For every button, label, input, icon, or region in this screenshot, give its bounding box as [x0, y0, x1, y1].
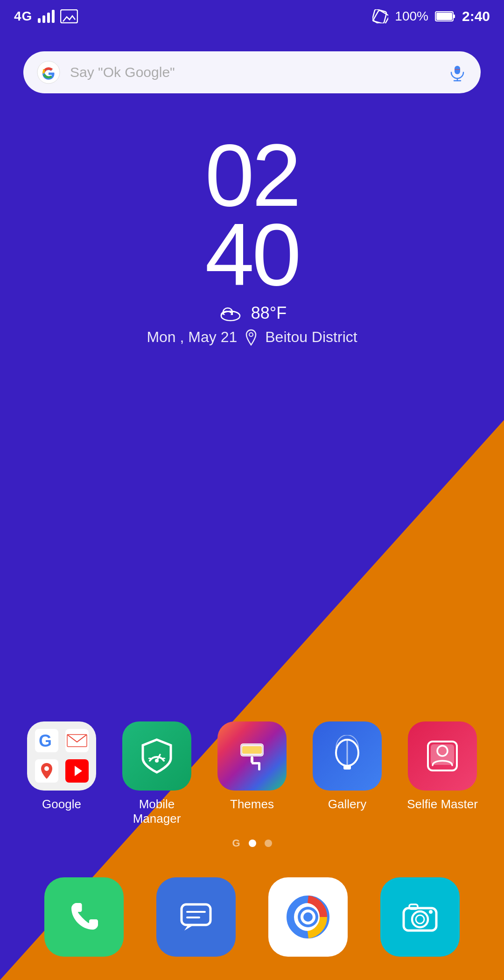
svg-line-41: [344, 765, 345, 766]
microphone-icon[interactable]: [447, 62, 468, 83]
svg-point-58: [429, 910, 433, 914]
google-logo: [36, 60, 61, 84]
app-grid: G: [0, 721, 504, 826]
messages-icon: [175, 896, 217, 938]
signal-bars-icon: [38, 10, 55, 23]
svg-point-6: [37, 61, 60, 84]
battery-icon: [435, 10, 455, 22]
svg-rect-57: [409, 904, 418, 909]
phone-icon: [63, 896, 105, 938]
rotate-icon: [372, 9, 388, 23]
app-selfie-master[interactable]: Selfie Master: [405, 721, 480, 826]
svg-rect-4: [436, 13, 452, 20]
svg-rect-34: [251, 756, 253, 763]
gallery-svg: [326, 735, 368, 777]
date-display: Mon , May 21: [147, 329, 237, 346]
landscape-photo-icon: [60, 9, 78, 23]
google-app-label: Google: [42, 797, 81, 812]
svg-point-53: [303, 912, 313, 922]
dock-camera[interactable]: [380, 877, 460, 957]
camera-icon: [399, 896, 441, 938]
svg-rect-37: [242, 746, 262, 754]
dock-messages[interactable]: [156, 877, 236, 957]
page-indicator-2[interactable]: [249, 840, 256, 847]
date-location: Mon , May 21 Beitou District: [147, 329, 357, 346]
svg-point-24: [44, 766, 49, 771]
themes-svg: [231, 735, 273, 777]
status-bar: 4G 100% 2:40: [0, 0, 504, 33]
cloud-icon: [217, 305, 244, 322]
gallery-icon: [313, 721, 382, 791]
themes-app-label: Themes: [230, 797, 274, 812]
page-indicator-1[interactable]: G: [232, 837, 240, 849]
app-mobile-manager[interactable]: Mobile Manager: [119, 721, 194, 826]
google-search-bar[interactable]: Say "Ok Google": [23, 51, 481, 93]
svg-point-29: [155, 759, 159, 763]
chrome-icon: [282, 891, 334, 943]
app-themes[interactable]: Themes: [215, 721, 289, 826]
svg-line-42: [349, 765, 350, 766]
svg-point-56: [416, 915, 424, 924]
location-display: Beitou District: [265, 329, 357, 346]
svg-point-55: [412, 911, 428, 927]
dock: [0, 877, 504, 957]
app-google[interactable]: G: [24, 721, 99, 826]
mobile-manager-svg: [136, 735, 178, 777]
status-left: 4G: [14, 9, 78, 24]
carrier-label: 4G: [14, 9, 32, 24]
google-g-sub: G: [33, 729, 60, 752]
mobile-manager-label: Mobile Manager: [119, 797, 194, 826]
svg-rect-36: [258, 762, 260, 770]
battery-percentage: 100%: [395, 9, 428, 24]
svg-point-17: [249, 333, 253, 336]
selfie-svg: [421, 735, 463, 777]
svg-rect-5: [453, 14, 455, 18]
selfie-master-label: Selfie Master: [407, 797, 478, 812]
status-right: 100% 2:40: [372, 8, 490, 24]
location-pin-icon: [245, 329, 258, 346]
google-app-icon: G: [27, 721, 96, 791]
clock-minute: 40: [205, 210, 299, 299]
mobile-manager-icon: [122, 721, 191, 791]
dock-chrome[interactable]: [268, 877, 348, 957]
svg-rect-8: [455, 66, 460, 74]
weather-row: 88°F: [217, 303, 287, 323]
selfie-master-icon: [408, 721, 477, 791]
svg-rect-46: [182, 904, 210, 925]
clock-widget: 02 40 88°F Mon , May 21 Beitou District: [0, 131, 504, 346]
search-placeholder[interactable]: Say "Ok Google": [70, 64, 438, 80]
temperature: 88°F: [251, 303, 287, 323]
page-indicator-3[interactable]: [265, 840, 272, 847]
page-indicators: G: [0, 837, 504, 849]
svg-text:G: G: [39, 731, 52, 750]
gmail-sub: [63, 729, 91, 752]
time-display: 2:40: [462, 8, 490, 24]
maps-sub: [33, 759, 60, 783]
youtube-sub: [63, 759, 91, 783]
themes-icon: [217, 721, 287, 791]
dock-phone[interactable]: [44, 877, 124, 957]
app-gallery[interactable]: Gallery: [310, 721, 385, 826]
gallery-app-label: Gallery: [328, 797, 366, 812]
